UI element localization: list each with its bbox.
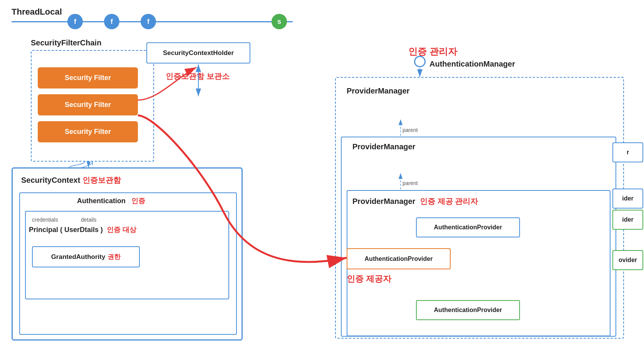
auth-store-label: 인증보관함 보관소 — [166, 71, 230, 82]
sfc-label: SecurityFilterChain — [31, 38, 101, 47]
auth-title: Authentication 인증 — [77, 196, 145, 205]
security-filter-2: Security Filter — [38, 94, 138, 115]
sc-title: SecurityContext 인증보관함 — [21, 175, 121, 185]
security-filter-1: Security Filter — [38, 67, 138, 88]
parent-label2: parent — [402, 180, 418, 186]
ga-box: GrantedAuthority 권한 — [32, 246, 140, 267]
am-circle — [414, 56, 426, 67]
thread-node-f2: f — [104, 14, 119, 29]
diagram-container: ThreadLocal f f f s SecurityFilterChain … — [0, 0, 644, 364]
credentials-label: credentials — [32, 217, 58, 223]
parent-label1: parent — [402, 127, 418, 133]
security-filter-3: Security Filter — [38, 121, 138, 142]
principal-label: Principal ( UserDtails ) 인증 대상 — [29, 225, 136, 234]
am-label: AuthenticationManager — [429, 60, 515, 68]
right-box-ovider: ovider — [612, 250, 643, 270]
thread-node-s: s — [272, 14, 287, 29]
am-title-red: 인증 관리자 — [408, 45, 457, 58]
threadlocal-label: ThreadLocal — [12, 7, 62, 17]
thread-node-f1: f — [67, 14, 83, 29]
pm-label2: ProviderManager — [352, 142, 415, 151]
ap-box-blue: AuthenticationProvider — [416, 217, 520, 237]
sch-box: SecurityContextHolder — [146, 42, 250, 63]
ap-box-green: AuthenticationProvider — [416, 300, 520, 320]
pm-label1: ProviderManager — [347, 87, 409, 95]
pm-innermost-label: ProviderManager 인증 제공 관리자 — [352, 196, 478, 207]
thread-node-f3: f — [141, 14, 156, 29]
auth-provider-red: 인증 제공자 — [347, 273, 391, 285]
right-box-ider2: ider — [612, 210, 643, 230]
ap-box-orange: AuthenticationProvider — [347, 248, 451, 269]
right-box-r: r — [612, 142, 643, 162]
details-label: details — [81, 217, 96, 223]
right-box-ider1: ider — [612, 189, 643, 209]
